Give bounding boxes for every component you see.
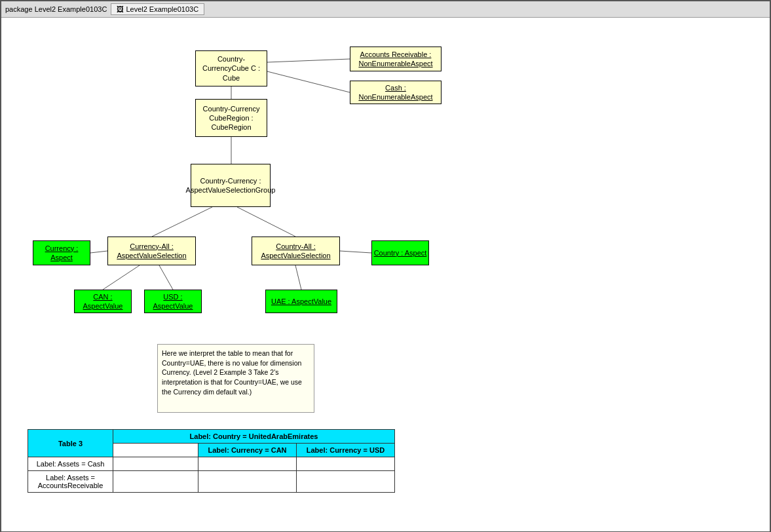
table-row2-text: Label: Assets = AccountsReceivable xyxy=(38,474,103,489)
table-row2-col0 xyxy=(113,471,198,493)
svg-line-0 xyxy=(267,59,350,62)
window-title: package Level2 Example0103C xyxy=(5,5,107,13)
node-cube[interactable]: Country-CurrencyCube C : Cube xyxy=(195,50,267,86)
node-currency-all-sel[interactable]: Currency-All : AspectValueSelection xyxy=(107,237,196,265)
tab-label: Level2 Example0103C xyxy=(126,5,198,13)
table-country-header: Label: Country = UnitedArabEmirates xyxy=(113,430,395,444)
node-currency-aspect[interactable]: Currency : Aspect xyxy=(33,240,90,265)
node-aspect-val-sel-group-label: Country-Currency : AspectValueSelectionG… xyxy=(186,176,276,195)
node-country-aspect-label: Country : Aspect xyxy=(374,248,427,257)
node-usd-label: USD : AspectValue xyxy=(145,292,201,311)
note-text: Here we interpret the table to mean that… xyxy=(162,349,302,396)
table-row1-col1 xyxy=(198,457,297,471)
node-country-all-sel[interactable]: Country-All : AspectValueSelection xyxy=(252,237,340,265)
diagram-area: Country-CurrencyCube C : Cube Accounts R… xyxy=(1,18,770,531)
svg-line-8 xyxy=(103,265,140,290)
table-can-header: Label: Currency = CAN xyxy=(198,444,297,457)
table-title: Table 3 xyxy=(58,440,83,447)
data-table: Table 3 Label: Country = UnitedArabEmira… xyxy=(28,429,395,493)
svg-line-1 xyxy=(267,71,350,92)
table-empty-header xyxy=(113,444,198,457)
table-country-label: Label: Country = UnitedArabEmirates xyxy=(190,432,318,440)
node-country-all-sel-label: Country-All : AspectValueSelection xyxy=(252,242,339,261)
table-title-cell: Table 3 xyxy=(28,430,113,457)
table-row2-col2 xyxy=(297,471,395,493)
node-ar-label: Accounts Receivable : NonEnumerableAspec… xyxy=(350,50,441,69)
note-box: Here we interpret the table to mean that… xyxy=(157,344,314,413)
node-cube-label: Country-CurrencyCube C : Cube xyxy=(196,54,267,83)
svg-line-4 xyxy=(152,207,212,237)
table-row1-col0 xyxy=(113,457,198,471)
node-currency-all-sel-label: Currency-All : AspectValueSelection xyxy=(108,242,195,261)
node-ar[interactable]: Accounts Receivable : NonEnumerableAspec… xyxy=(350,47,442,71)
svg-line-10 xyxy=(295,265,301,290)
svg-line-5 xyxy=(237,207,295,237)
main-window: package Level2 Example0103C 🖼 Level2 Exa… xyxy=(0,0,771,532)
node-uae[interactable]: UAE : AspectValue xyxy=(265,290,337,313)
title-tab[interactable]: 🖼 Level2 Example0103C xyxy=(111,3,204,15)
svg-line-7 xyxy=(340,251,371,253)
node-country-aspect[interactable]: Country : Aspect xyxy=(371,240,429,265)
node-cash-label: Cash : NonEnumerableAspect xyxy=(350,83,441,102)
table-row1-text: Label: Assets = Cash xyxy=(37,460,105,468)
table-row1-col2 xyxy=(297,457,395,471)
table-row2-label: Label: Assets = AccountsReceivable xyxy=(28,471,113,493)
node-cash[interactable]: Cash : NonEnumerableAspect xyxy=(350,81,442,104)
svg-line-9 xyxy=(159,265,173,290)
table-usd-header: Label: Currency = USD xyxy=(297,444,395,457)
table-row1-label: Label: Assets = Cash xyxy=(28,457,113,471)
node-uae-label: UAE : AspectValue xyxy=(271,297,331,306)
node-currency-aspect-label: Currency : Aspect xyxy=(33,244,90,263)
tab-icon: 🖼 xyxy=(117,5,124,13)
table-usd-label: Label: Currency = USD xyxy=(307,446,385,454)
node-can[interactable]: CAN : AspectValue xyxy=(74,290,132,313)
node-cuberegion[interactable]: Country-Currency CubeRegion : CubeRegion xyxy=(195,99,267,137)
svg-line-6 xyxy=(90,251,107,253)
table-row2-col1 xyxy=(198,471,297,493)
node-cuberegion-label: Country-Currency CubeRegion : CubeRegion xyxy=(196,104,267,132)
node-usd[interactable]: USD : AspectValue xyxy=(144,290,202,313)
node-can-label: CAN : AspectValue xyxy=(75,292,131,311)
table-can-label: Label: Currency = CAN xyxy=(208,446,286,454)
node-aspect-val-sel-group[interactable]: Country-Currency : AspectValueSelectionG… xyxy=(191,164,271,207)
title-bar: package Level2 Example0103C 🖼 Level2 Exa… xyxy=(1,1,770,18)
